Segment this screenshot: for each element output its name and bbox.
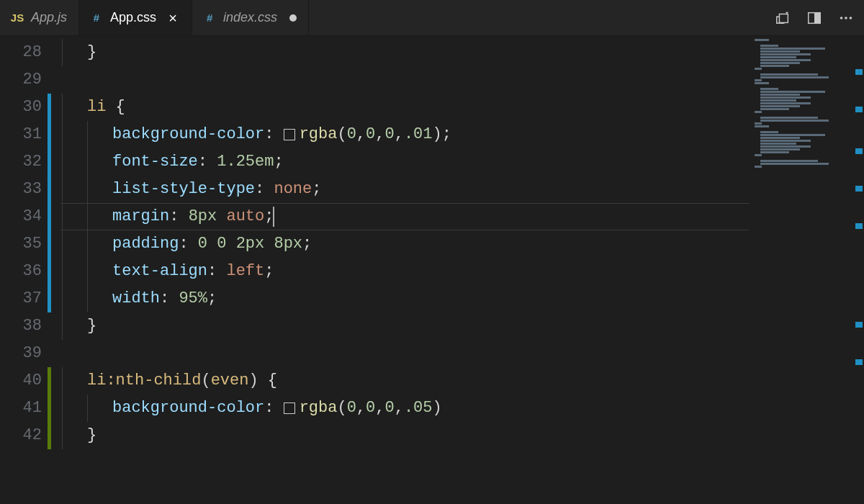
- indent-guide: [87, 258, 112, 285]
- code-editor[interactable]: 282930313233343536373839404142 }li {back…: [0, 36, 864, 504]
- close-icon[interactable]: ×: [166, 11, 180, 25]
- code-token: [217, 203, 226, 230]
- indent-guide: [62, 258, 87, 285]
- overview-ruler[interactable]: [852, 36, 864, 504]
- tab-bar-actions: [765, 0, 864, 35]
- code-line[interactable]: li:nth-child(even) {: [62, 367, 864, 395]
- code-token: [258, 367, 268, 395]
- code-line[interactable]: li {: [62, 94, 864, 121]
- line-number: 35: [0, 230, 42, 258]
- code-line[interactable]: [62, 340, 864, 367]
- code-token: 8px: [274, 230, 302, 258]
- code-line[interactable]: margin: 8px auto;: [62, 203, 864, 230]
- indent-guide: [87, 176, 112, 203]
- code-line[interactable]: text-align: left;: [62, 258, 864, 285]
- indent-guide: [62, 148, 87, 176]
- svg-point-5: [850, 17, 852, 19]
- text-cursor: [273, 207, 274, 227]
- svg-rect-2: [814, 12, 820, 23]
- indent-guide: [62, 312, 87, 340]
- line-number: 32: [0, 148, 42, 176]
- code-line[interactable]: background-color: rgba(0,0,0,.01);: [62, 121, 864, 148]
- modified-gutter-marker: [48, 121, 51, 148]
- overview-change-marker[interactable]: [855, 359, 863, 365]
- code-token: ;: [207, 285, 217, 312]
- modified-gutter-marker: [48, 395, 51, 422]
- code-token: font-size: [112, 148, 198, 176]
- code-token: 0: [347, 395, 356, 422]
- line-number: 36: [0, 258, 42, 285]
- code-token: :: [198, 148, 217, 176]
- code-token: padding: [112, 230, 179, 258]
- color-swatch-icon[interactable]: [284, 402, 295, 414]
- line-number: 41: [0, 395, 42, 422]
- indent-guide: [62, 39, 87, 66]
- code-token: 0: [384, 121, 394, 148]
- overview-change-marker[interactable]: [855, 322, 863, 328]
- code-token: [264, 230, 274, 258]
- dirty-indicator-icon: [289, 14, 297, 22]
- code-area[interactable]: }li {background-color: rgba(0,0,0,.01);f…: [62, 36, 864, 504]
- indent-guide: [62, 121, 87, 148]
- line-number: 42: [0, 422, 42, 449]
- code-token: ;: [302, 230, 312, 258]
- minimap[interactable]: [752, 36, 852, 504]
- code-token: width: [112, 285, 160, 312]
- svg-point-3: [840, 17, 843, 19]
- line-number: 33: [0, 176, 42, 203]
- indent-guide: [62, 230, 87, 258]
- code-token: [106, 94, 115, 121]
- overview-change-marker[interactable]: [855, 69, 863, 75]
- code-token: li: [87, 367, 106, 395]
- overview-change-marker[interactable]: [855, 186, 863, 192]
- tab-label: index.css: [223, 10, 277, 25]
- code-token: [207, 230, 217, 258]
- indent-guide: [87, 203, 112, 230]
- code-token: [226, 230, 235, 258]
- tab-app-js[interactable]: JS App.js: [0, 0, 79, 35]
- code-token: 2px: [236, 230, 265, 258]
- code-token: :: [207, 258, 226, 285]
- code-line[interactable]: }: [62, 312, 864, 340]
- color-swatch-icon[interactable]: [284, 129, 295, 140]
- line-number: 34: [0, 203, 42, 230]
- code-token: ,: [395, 395, 404, 422]
- svg-rect-0: [779, 14, 788, 22]
- overview-change-marker[interactable]: [855, 107, 863, 112]
- code-token: }: [87, 312, 96, 340]
- code-line[interactable]: width: 95%;: [62, 285, 864, 312]
- modified-gutter-marker: [48, 148, 51, 176]
- compare-changes-icon[interactable]: [775, 10, 791, 26]
- code-token: .01: [404, 121, 433, 148]
- code-line[interactable]: padding: 0 0 2px 8px;: [62, 230, 864, 258]
- overview-change-marker[interactable]: [855, 148, 863, 154]
- line-number: 31: [0, 121, 42, 148]
- code-token: (: [337, 395, 346, 422]
- overview-change-marker[interactable]: [855, 223, 863, 229]
- indent-guide: [62, 367, 87, 395]
- split-editor-icon[interactable]: [806, 10, 822, 26]
- code-line[interactable]: }: [62, 39, 864, 66]
- modified-gutter-marker: [48, 422, 51, 449]
- code-token: li: [87, 94, 106, 121]
- line-number: 39: [0, 340, 42, 367]
- indent-guide: [62, 285, 87, 312]
- more-actions-icon[interactable]: [838, 10, 854, 26]
- tab-app-css[interactable]: # App.css ×: [79, 0, 192, 35]
- code-token: rgba: [300, 395, 338, 422]
- code-line[interactable]: font-size: 1.25em;: [62, 148, 864, 176]
- code-token: :nth-child: [106, 367, 201, 395]
- code-token: ): [432, 395, 441, 422]
- indent-guide: [87, 121, 112, 148]
- code-token: list-style-type: [112, 176, 255, 203]
- code-token: ): [432, 121, 441, 148]
- code-token: :: [264, 121, 283, 148]
- code-token: none: [274, 176, 312, 203]
- code-line[interactable]: background-color: rgba(0,0,0,.05): [62, 395, 864, 422]
- code-token: 0: [384, 395, 394, 422]
- code-line[interactable]: }: [62, 422, 864, 449]
- tab-index-css[interactable]: # index.css: [192, 0, 309, 35]
- code-line[interactable]: [62, 66, 864, 94]
- code-token: rgba: [300, 121, 338, 148]
- code-line[interactable]: list-style-type: none;: [62, 176, 864, 203]
